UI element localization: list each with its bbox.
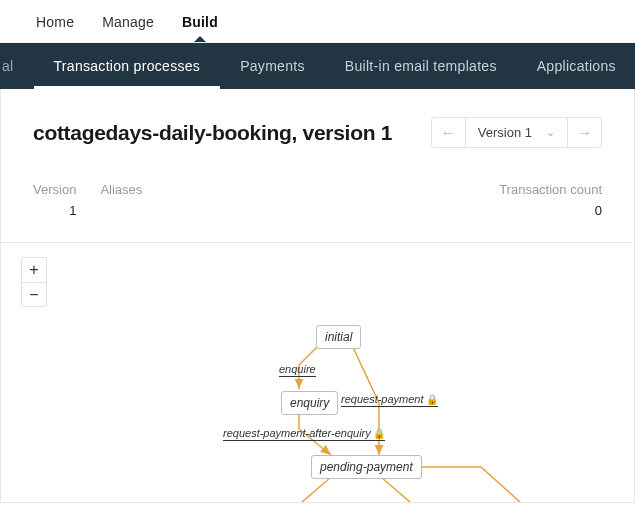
meta-version-value: 1 xyxy=(33,203,76,218)
edge-request-payment[interactable]: request-payment🔒 xyxy=(341,393,438,407)
edge-request-payment-after-enquiry[interactable]: request-payment-after-enquiry🔒 xyxy=(223,427,385,441)
diagram: initial enquiry pending-payment enquire … xyxy=(1,243,634,502)
version-select-label: Version 1 xyxy=(478,125,532,140)
page-title: cottagedays-daily-booking, version 1 xyxy=(33,121,392,145)
subnav-item-partial[interactable]: al xyxy=(0,43,34,89)
version-prev-button[interactable]: ← xyxy=(431,117,465,148)
node-initial[interactable]: initial xyxy=(316,325,361,349)
version-next-button[interactable]: → xyxy=(568,117,602,148)
subnav-item-email-templates[interactable]: Built-in email templates xyxy=(325,43,517,89)
subnav-item-payments[interactable]: Payments xyxy=(220,43,325,89)
sub-nav: al Transaction processes Payments Built-… xyxy=(0,43,635,89)
arrow-left-icon: ← xyxy=(440,125,456,141)
meta-aliases-label: Aliases xyxy=(100,182,142,197)
subnav-item-applications[interactable]: Applications xyxy=(517,43,635,89)
version-picker: ← Version 1 ⌄ → xyxy=(431,117,602,148)
meta-tx-count-label: Transaction count xyxy=(499,182,602,197)
node-pending-payment[interactable]: pending-payment xyxy=(311,455,422,479)
edge-request-payment-label: request-payment xyxy=(341,393,424,405)
chevron-down-icon: ⌄ xyxy=(546,126,555,139)
process-header-card: cottagedays-daily-booking, version 1 ← V… xyxy=(0,89,635,243)
lock-icon: 🔒 xyxy=(373,428,385,439)
version-select[interactable]: Version 1 ⌄ xyxy=(465,117,568,148)
subnav-item-processes[interactable]: Transaction processes xyxy=(34,43,221,89)
arrow-right-icon: → xyxy=(577,125,593,141)
lock-icon: 🔒 xyxy=(426,394,438,405)
meta-tx-count-value: 0 xyxy=(499,203,602,218)
node-enquiry[interactable]: enquiry xyxy=(281,391,338,415)
process-canvas[interactable]: + − initial enquiry pending-payment e xyxy=(0,243,635,503)
meta-version-label: Version xyxy=(33,182,76,197)
nav-build[interactable]: Build xyxy=(182,14,218,30)
nav-manage[interactable]: Manage xyxy=(102,14,154,30)
nav-home[interactable]: Home xyxy=(36,14,74,30)
edge-enquire[interactable]: enquire xyxy=(279,363,316,377)
meta-row: Version 1 Aliases Transaction count 0 xyxy=(33,182,602,218)
edge-request-payment-after-enquiry-label: request-payment-after-enquiry xyxy=(223,427,371,439)
top-nav: Home Manage Build xyxy=(0,0,635,43)
